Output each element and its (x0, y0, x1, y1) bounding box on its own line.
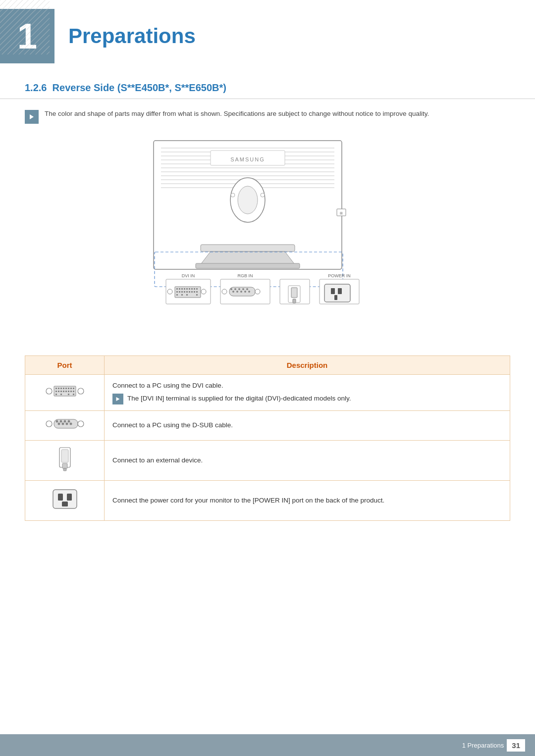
svg-rect-88 (55, 391, 57, 392)
svg-point-102 (46, 421, 52, 427)
svg-rect-79 (54, 386, 76, 396)
section-heading: 1.2.6 Reverse Side (S**E450B*, S**E650B*… (0, 73, 535, 99)
table-row: Connect to a PC using the D-SUB cable. (25, 411, 510, 440)
page-footer: 1 Preparations 31 (0, 734, 535, 756)
svg-rect-32 (181, 288, 183, 290)
chapter-header: 1 Preparations (0, 0, 535, 68)
diagram-container: SAMSUNG ⊞ DVI IN (25, 136, 510, 344)
svg-point-64 (238, 288, 240, 290)
svg-rect-31 (179, 288, 180, 290)
svg-point-107 (69, 423, 72, 425)
svg-rect-114 (61, 450, 68, 462)
svg-rect-92 (65, 391, 67, 392)
svg-text:POWER IN: POWER IN (328, 273, 351, 278)
svg-point-67 (255, 289, 260, 294)
svg-point-63 (234, 288, 236, 290)
small-note-icon (112, 394, 123, 404)
svg-rect-40 (179, 291, 180, 293)
svg-point-18 (238, 186, 258, 214)
svg-rect-77 (334, 295, 337, 300)
footer-text: 1 Preparations (462, 742, 504, 749)
rgb-port-icon (45, 417, 85, 431)
svg-point-58 (236, 291, 238, 293)
svg-rect-37 (194, 288, 195, 290)
svg-rect-89 (58, 391, 59, 392)
svg-rect-45 (191, 291, 193, 293)
svg-point-59 (240, 291, 242, 293)
svg-point-65 (242, 288, 244, 290)
note-box: The color and shape of parts may differ … (25, 109, 510, 124)
svg-point-19 (231, 193, 235, 197)
svg-point-57 (232, 291, 234, 293)
svg-point-109 (59, 420, 62, 423)
svg-rect-43 (186, 291, 188, 293)
port-cell-dvi (25, 375, 105, 411)
svg-rect-98 (68, 394, 69, 395)
svg-rect-21 (201, 245, 295, 252)
svg-point-110 (63, 420, 66, 423)
svg-rect-1 (0, 0, 50, 54)
svg-rect-90 (60, 391, 62, 392)
svg-point-111 (67, 420, 70, 423)
svg-point-60 (244, 291, 246, 293)
svg-point-28 (167, 289, 172, 294)
svg-rect-85 (68, 388, 69, 389)
svg-point-62 (230, 288, 232, 290)
svg-rect-48 (176, 294, 178, 296)
svg-point-52 (201, 289, 206, 294)
svg-rect-94 (70, 391, 72, 392)
svg-rect-91 (63, 391, 64, 392)
svg-rect-81 (58, 388, 59, 389)
svg-point-20 (261, 193, 265, 197)
svg-rect-34 (186, 288, 188, 290)
port-cell-audio (25, 440, 105, 480)
note-icon (25, 110, 39, 124)
svg-rect-95 (73, 391, 74, 392)
desc-cell-audio: Connect to an external device. (105, 440, 510, 480)
ports-table: Port Description (25, 355, 510, 521)
svg-text:RGB IN: RGB IN (237, 273, 253, 278)
table-header-description: Description (105, 356, 510, 375)
svg-point-104 (57, 423, 60, 425)
svg-point-61 (248, 291, 250, 293)
svg-rect-22 (196, 263, 300, 268)
desc-cell-rgb: Connect to a PC using the D-SUB cable. (105, 411, 510, 440)
dvi-port-icon (45, 384, 85, 399)
note-text: The color and shape of parts may differ … (45, 109, 429, 119)
svg-rect-96 (55, 394, 57, 395)
svg-rect-82 (60, 388, 62, 389)
svg-point-55 (222, 289, 227, 294)
svg-point-66 (246, 288, 248, 290)
audio-port-icon (53, 447, 77, 471)
svg-rect-116 (63, 468, 66, 471)
svg-point-78 (46, 388, 52, 394)
svg-rect-118 (58, 494, 63, 501)
svg-text:DVI IN: DVI IN (182, 273, 195, 278)
svg-rect-46 (194, 291, 195, 293)
footer-page-number: 31 (507, 739, 525, 752)
svg-rect-71 (293, 299, 296, 303)
svg-rect-99 (73, 394, 74, 395)
svg-rect-30 (176, 288, 178, 290)
svg-rect-47 (196, 291, 198, 293)
svg-rect-80 (55, 388, 57, 389)
monitor-diagram: SAMSUNG ⊞ DVI IN (114, 136, 421, 344)
svg-rect-97 (60, 394, 62, 395)
svg-rect-75 (331, 288, 335, 294)
table-row: Connect the power cord for your monitor … (25, 480, 510, 520)
table-row: Connect to an external device. (25, 440, 510, 480)
svg-rect-76 (338, 288, 342, 294)
svg-rect-87 (73, 388, 74, 389)
svg-rect-36 (191, 288, 193, 290)
svg-rect-120 (62, 502, 68, 506)
svg-point-108 (55, 420, 58, 423)
port-cell-rgb (25, 411, 105, 440)
desc-cell-power: Connect the power cord for your monitor … (105, 480, 510, 520)
corner-pattern (0, 0, 50, 54)
svg-rect-83 (63, 388, 64, 389)
chapter-title: Preparations (68, 24, 196, 48)
svg-rect-70 (291, 288, 297, 298)
svg-text:⊞: ⊞ (340, 211, 343, 215)
svg-rect-44 (189, 291, 190, 293)
table-row: Connect to a PC using the DVI cable. The… (25, 375, 510, 411)
